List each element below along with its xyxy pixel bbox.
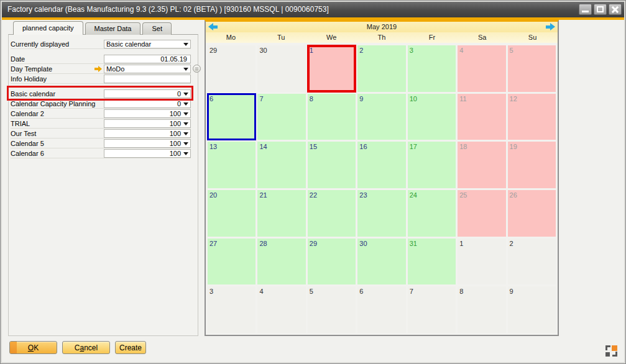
calendar-day-cell-19[interactable]: 19 bbox=[508, 142, 556, 188]
calendar-day-cell-26[interactable]: 26 bbox=[508, 190, 556, 237]
dropdown-caret-icon[interactable] bbox=[183, 132, 188, 138]
calendar-capacity-planning-dropdown[interactable]: 0 bbox=[104, 99, 191, 108]
day-number: 8 bbox=[458, 286, 505, 295]
tab-master-data[interactable]: Master Data bbox=[85, 22, 141, 35]
trial-dropdown[interactable]: 100 bbox=[104, 119, 191, 128]
field-label: Our Test bbox=[11, 130, 104, 137]
factory-calendar-window: Factory calendar (Beas Manufacturing 9.3… bbox=[0, 0, 626, 364]
field-value: 0 bbox=[106, 90, 182, 98]
calendar-day-cell-3[interactable]: 3 bbox=[208, 286, 255, 333]
day-number: 2 bbox=[357, 45, 405, 54]
calendar-day-cell-13[interactable]: 13 bbox=[208, 142, 255, 188]
dropdown-caret-icon[interactable] bbox=[183, 43, 188, 48]
calendar-day-cell-12[interactable]: 12 bbox=[508, 94, 556, 140]
dropdown-caret-icon[interactable] bbox=[183, 68, 188, 73]
calendar-6-dropdown[interactable]: 100 bbox=[104, 149, 191, 158]
calendar-day-cell-1[interactable]: 1 bbox=[308, 45, 356, 92]
cancel-button[interactable]: Cancel bbox=[62, 341, 110, 354]
calendar-day-cell-16[interactable]: 16 bbox=[357, 142, 405, 188]
calendar-day-cell-7[interactable]: 7 bbox=[408, 286, 456, 333]
field-value: Basic calendar bbox=[106, 40, 182, 48]
calendar-day-cell-25[interactable]: 25 bbox=[458, 190, 505, 237]
calendar-day-cell-22[interactable]: 22 bbox=[308, 190, 356, 237]
calendar-day-cell-1[interactable]: 1 bbox=[458, 239, 505, 285]
dropdown-caret-icon[interactable] bbox=[183, 102, 188, 108]
calendar-day-cell-7[interactable]: 7 bbox=[257, 94, 305, 140]
calendar-day-cell-4[interactable]: 4 bbox=[257, 286, 305, 333]
calendar-day-cell-5[interactable]: 5 bbox=[508, 45, 556, 92]
calendar-day-cell-20[interactable]: 20 bbox=[208, 190, 255, 237]
dropdown-caret-icon[interactable] bbox=[183, 93, 188, 98]
calendar-day-cell-23[interactable]: 23 bbox=[357, 190, 405, 237]
calendar-day-cell-28[interactable]: 28 bbox=[257, 239, 305, 285]
calendar-day-cell-6[interactable]: 6 bbox=[357, 286, 405, 333]
calendar-day-cell-11[interactable]: 11 bbox=[458, 94, 505, 140]
prev-month-arrow-icon[interactable] bbox=[208, 23, 218, 31]
day-header-sa: Sa bbox=[457, 32, 507, 43]
calendar-day-cell-29[interactable]: 29 bbox=[308, 239, 356, 285]
date-input[interactable]: 01.05.19 bbox=[104, 55, 191, 63]
calendar-day-cell-9[interactable]: 9 bbox=[357, 94, 405, 140]
info-holiday-input[interactable] bbox=[104, 75, 191, 83]
maximize-icon[interactable] bbox=[594, 4, 607, 15]
day-number: 15 bbox=[308, 142, 356, 150]
title-bar[interactable]: Factory calendar (Beas Manufacturing 9.3… bbox=[2, 2, 624, 17]
dropdown-caret-icon[interactable] bbox=[183, 142, 188, 148]
close-icon[interactable] bbox=[609, 4, 622, 15]
minimize-icon[interactable] bbox=[579, 4, 592, 15]
ok-button[interactable]: OK bbox=[9, 341, 57, 354]
form-row-calendar-5: Calendar 5100 bbox=[11, 139, 191, 148]
calendar-day-cell-30[interactable]: 30 bbox=[257, 45, 305, 92]
day-number: 4 bbox=[458, 45, 505, 54]
day-number: 20 bbox=[208, 190, 255, 199]
next-month-arrow-icon[interactable] bbox=[545, 23, 555, 31]
link-arrow-icon[interactable] bbox=[94, 66, 103, 72]
dropdown-caret-icon[interactable] bbox=[183, 122, 188, 128]
tab-planned-capacity[interactable]: planned capacity bbox=[13, 21, 83, 35]
dropdown-caret-icon[interactable] bbox=[183, 112, 188, 118]
calendar-5-dropdown[interactable]: 100 bbox=[104, 139, 191, 148]
calendar-day-cell-15[interactable]: 15 bbox=[308, 142, 356, 188]
calendar-day-cell-4[interactable]: 4 bbox=[458, 45, 505, 92]
dropdown-caret-icon[interactable] bbox=[183, 152, 188, 158]
calendar-day-cell-8[interactable]: 8 bbox=[458, 286, 505, 333]
calendar-day-cell-31[interactable]: 31 bbox=[408, 239, 456, 285]
day-number: 21 bbox=[257, 190, 305, 199]
calendar-day-cell-9[interactable]: 9 bbox=[508, 286, 556, 333]
calendar-day-cell-17[interactable]: 17 bbox=[408, 142, 456, 188]
calendar-day-cell-30[interactable]: 30 bbox=[357, 239, 405, 285]
day-template-dropdown[interactable]: MoDo bbox=[104, 65, 191, 73]
calendar-day-cell-29[interactable]: 29 bbox=[208, 45, 255, 92]
resize-corner bbox=[605, 345, 610, 350]
calendar-day-cell-27[interactable]: 27 bbox=[208, 239, 255, 285]
day-number: 22 bbox=[308, 190, 356, 199]
field-label: Currently displayed bbox=[11, 40, 104, 48]
day-number: 7 bbox=[408, 286, 456, 295]
calendar-day-cell-6[interactable]: 6 bbox=[208, 94, 255, 140]
calendar-day-cell-8[interactable]: 8 bbox=[308, 94, 356, 140]
basic-calendar-dropdown[interactable]: 0 bbox=[104, 89, 191, 98]
choose-from-list-icon[interactable] bbox=[193, 65, 201, 73]
day-number: 5 bbox=[308, 286, 356, 295]
day-number: 5 bbox=[508, 45, 556, 54]
resize-grip-icon[interactable] bbox=[605, 345, 617, 357]
tab-bar: planned capacity Master Data Set bbox=[13, 21, 173, 35]
calendar-day-cell-21[interactable]: 21 bbox=[257, 190, 305, 237]
currently-displayed-dropdown[interactable]: Basic calendar bbox=[104, 40, 191, 48]
create-button[interactable]: Create bbox=[115, 341, 146, 354]
calendar-day-cell-10[interactable]: 10 bbox=[408, 94, 456, 140]
our-test-dropdown[interactable]: 100 bbox=[104, 129, 191, 138]
day-number: 27 bbox=[208, 239, 255, 247]
day-number: 2 bbox=[508, 239, 556, 247]
calendar-day-cell-2[interactable]: 2 bbox=[508, 239, 556, 285]
calendar-day-cell-5[interactable]: 5 bbox=[308, 286, 356, 333]
tab-set[interactable]: Set bbox=[142, 22, 172, 35]
calendar-day-cell-14[interactable]: 14 bbox=[257, 142, 305, 188]
calendar-day-cell-18[interactable]: 18 bbox=[458, 142, 505, 188]
calendar-2-dropdown[interactable]: 100 bbox=[104, 109, 191, 118]
calendar-day-cell-3[interactable]: 3 bbox=[408, 45, 456, 92]
button-label-part: O bbox=[28, 344, 34, 352]
calendar-day-cell-2[interactable]: 2 bbox=[357, 45, 405, 92]
window-title: Factory calendar (Beas Manufacturing 9.3… bbox=[7, 5, 329, 14]
calendar-day-cell-24[interactable]: 24 bbox=[408, 190, 456, 237]
